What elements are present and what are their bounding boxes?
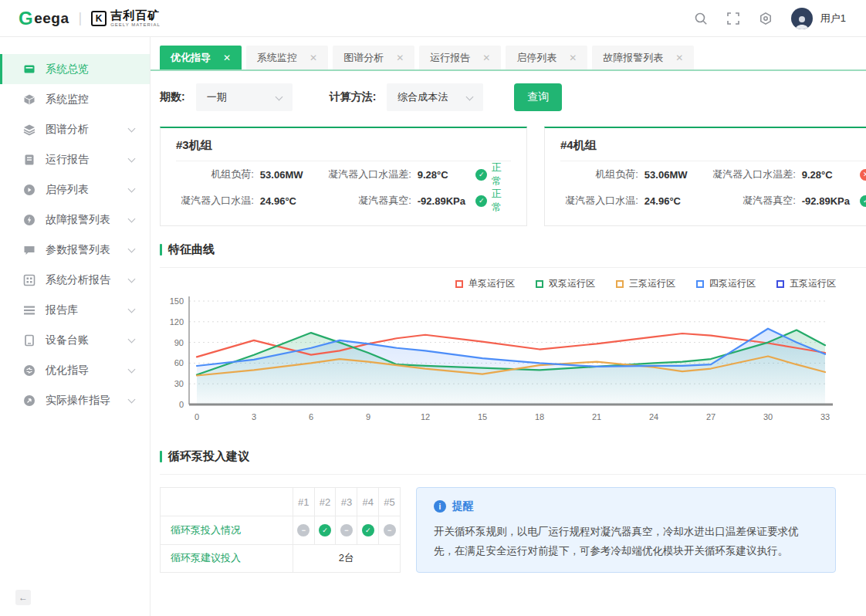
sidebar-item-8[interactable]: 系统分析报告 bbox=[0, 265, 150, 295]
check-circle-icon: ✓ bbox=[319, 524, 331, 536]
sidebar-item-3[interactable]: 图谱分析 bbox=[0, 114, 150, 144]
close-icon[interactable]: ✕ bbox=[396, 52, 404, 63]
sidebar-item-label: 启停列表 bbox=[46, 183, 89, 197]
unit-card-title: #4机组 bbox=[560, 138, 866, 161]
legend-item[interactable]: 四泵运行区 bbox=[696, 277, 756, 290]
svg-text:0: 0 bbox=[195, 412, 199, 421]
user-menu[interactable]: 用户1 bbox=[791, 8, 846, 29]
metric-row: 机组负荷: 53.06MW 凝汽器入口水温差: 9.28°C ✕异常 bbox=[560, 161, 866, 188]
sidebar-item-11[interactable]: 优化指导 bbox=[0, 355, 150, 385]
pump-status-row-label: 循环泵投入情况 bbox=[161, 516, 293, 545]
sidebar-item-1[interactable]: 系统总览 bbox=[0, 54, 150, 84]
search-icon[interactable] bbox=[694, 12, 708, 25]
pump-state-cell: ✓ bbox=[314, 516, 336, 545]
tab-3[interactable]: 图谱分析✕ bbox=[333, 46, 414, 69]
close-icon[interactable]: ✕ bbox=[310, 52, 317, 63]
metric-value: 9.28°C bbox=[796, 169, 861, 181]
tab-5[interactable]: 启停列表✕ bbox=[506, 46, 587, 69]
legend-item[interactable]: 单泵运行区 bbox=[455, 277, 515, 290]
chevron-down-icon bbox=[275, 93, 282, 100]
metric-value: -92.89KPa bbox=[411, 195, 476, 207]
svg-text:12: 12 bbox=[421, 412, 430, 421]
metric-value: 53.06MW bbox=[254, 169, 320, 181]
report-icon bbox=[23, 154, 36, 166]
svg-text:0: 0 bbox=[179, 400, 184, 409]
close-icon[interactable]: ✕ bbox=[482, 52, 490, 63]
sidebar-item-label: 实际操作指导 bbox=[46, 394, 110, 408]
tab-label: 系统监控 bbox=[257, 51, 297, 65]
svg-text:24: 24 bbox=[649, 412, 658, 421]
table-header-cell: #2 bbox=[314, 488, 336, 516]
close-icon[interactable]: ✕ bbox=[675, 52, 683, 63]
tab-2[interactable]: 系统监控✕ bbox=[246, 46, 328, 69]
svg-text:3: 3 bbox=[252, 412, 256, 421]
legend-item[interactable]: 三泵运行区 bbox=[616, 277, 675, 290]
sidebar-item-10[interactable]: 设备台账 bbox=[0, 325, 150, 355]
brand-name-cn: 吉利百矿 bbox=[110, 9, 161, 21]
brand-name-en: GEELY MATERIAL bbox=[110, 22, 161, 27]
chevron-down-icon bbox=[128, 154, 136, 162]
svg-text:33: 33 bbox=[820, 412, 830, 421]
chevron-down-icon bbox=[128, 395, 136, 403]
metric-label: 凝汽器入口水温: bbox=[176, 194, 254, 208]
svg-text:27: 27 bbox=[706, 412, 715, 421]
notice-title: i 提醒 bbox=[434, 499, 818, 513]
metric-value: 24.96°C bbox=[254, 195, 320, 207]
chevron-down-icon bbox=[466, 93, 474, 100]
pump-state-cell: − bbox=[293, 516, 314, 545]
user-avatar[interactable] bbox=[791, 8, 813, 29]
close-icon[interactable]: ✕ bbox=[569, 52, 577, 63]
tab-6[interactable]: 故障报警列表✕ bbox=[592, 46, 694, 69]
svg-text:21: 21 bbox=[592, 412, 601, 421]
fullscreen-icon[interactable] bbox=[726, 12, 740, 25]
status-badge: ✓正常 bbox=[860, 187, 866, 215]
user-name: 用户1 bbox=[820, 12, 846, 25]
sidebar-item-9[interactable]: 报告库 bbox=[0, 295, 150, 325]
query-button[interactable]: 查询 bbox=[514, 83, 562, 111]
sidebar-item-4[interactable]: 运行报告 bbox=[0, 144, 150, 174]
unit-cards: #3机组 机组负荷: 53.06MW 凝汽器入口水温差: 9.28°C ✓正常 … bbox=[160, 127, 836, 226]
minus-circle-icon: − bbox=[384, 524, 396, 536]
chevron-down-icon bbox=[128, 184, 136, 192]
sidebar-item-7[interactable]: 参数报警列表 bbox=[0, 235, 150, 265]
chevron-down-icon bbox=[128, 305, 136, 313]
chevron-down-icon bbox=[128, 335, 136, 343]
period-select[interactable]: 一期 bbox=[196, 83, 293, 111]
optimize-icon bbox=[23, 364, 36, 377]
legend-item[interactable]: 双泵运行区 bbox=[536, 277, 595, 290]
method-select[interactable]: 综合成本法 bbox=[387, 83, 483, 111]
settings-gear-icon[interactable] bbox=[759, 12, 773, 25]
chevron-down-icon bbox=[128, 124, 136, 132]
sidebar-item-5[interactable]: 启停列表 bbox=[0, 174, 150, 205]
metric-label: 凝汽器真空: bbox=[704, 194, 795, 208]
tab-label: 故障报警列表 bbox=[603, 51, 663, 65]
metric-row: 机组负荷: 53.06MW 凝汽器入口水温差: 9.28°C ✓正常 bbox=[176, 161, 511, 188]
legend-swatch-icon bbox=[536, 280, 543, 288]
chevron-down-icon bbox=[128, 245, 136, 252]
legend-item[interactable]: 五泵运行区 bbox=[776, 277, 836, 290]
pump-advice-value: 2台 bbox=[293, 544, 400, 573]
list-icon bbox=[23, 304, 36, 316]
sidebar-collapse-button[interactable]: ← bbox=[15, 590, 31, 605]
close-icon[interactable]: ✕ bbox=[223, 52, 231, 63]
cube-icon bbox=[23, 93, 36, 106]
legend-label: 双泵运行区 bbox=[549, 277, 595, 290]
tab-label: 启停列表 bbox=[516, 51, 556, 65]
metric-label: 凝汽器入口水温差: bbox=[320, 168, 411, 181]
section-divider bbox=[160, 267, 866, 268]
sidebar-item-label: 运行报告 bbox=[46, 153, 89, 167]
metric-label: 凝汽器真空: bbox=[320, 194, 411, 208]
tab-4[interactable]: 运行报告✕ bbox=[419, 46, 501, 69]
notice-body: 开关循环泵规则，以电厂运行规程对凝汽器真空，冷却水进出口温差保证要求优先，在满足… bbox=[434, 522, 818, 560]
svg-text:30: 30 bbox=[174, 379, 184, 388]
status-icon: ✓ bbox=[860, 195, 866, 207]
sidebar-item-6[interactable]: 故障报警列表 bbox=[0, 205, 150, 235]
dashboard-icon bbox=[23, 63, 36, 76]
svg-text:6: 6 bbox=[309, 412, 313, 421]
metric-label: 凝汽器入口水温: bbox=[560, 194, 638, 208]
tab-label: 运行报告 bbox=[430, 51, 470, 65]
sidebar-item-2[interactable]: 系统监控 bbox=[0, 84, 150, 114]
tab-1[interactable]: 优化指导✕ bbox=[160, 46, 242, 69]
logo: Geega | K 吉利百矿 GEELY MATERIAL bbox=[19, 8, 161, 29]
sidebar-item-12[interactable]: 实际操作指导 bbox=[0, 385, 150, 415]
